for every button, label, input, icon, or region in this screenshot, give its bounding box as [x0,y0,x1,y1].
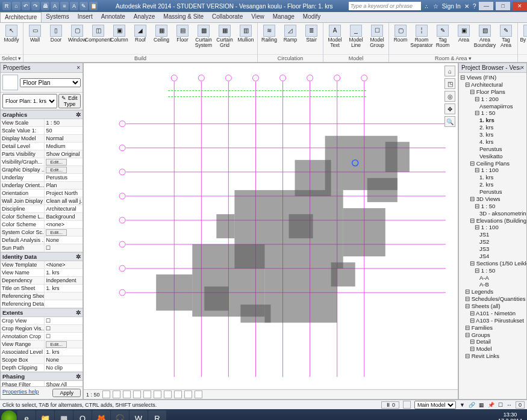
door-button[interactable]: ▯Door [46,24,66,43]
prop-row[interactable]: DisciplineArchitectural [1,205,83,213]
column-button[interactable]: ▣Column [109,24,129,43]
home-icon[interactable]: ⌂ [444,66,455,76]
tree-node[interactable]: ⊟ 1 : 200 [460,96,525,103]
prop-value[interactable]: 1. krs [45,348,83,356]
tree-node[interactable]: JS2 [460,238,525,246]
prop-row[interactable]: Crop View☐ [1,317,83,325]
prop-value[interactable]: Clean all wall j... [45,197,83,205]
room-button[interactable]: ▢Room [390,24,411,43]
tag-room-button[interactable]: ✎Tag Room [432,24,453,49]
tree-node[interactable]: 3D - aksonometrine [460,210,525,217]
prop-value[interactable]: Edit... [45,166,83,173]
prop-row[interactable]: Referencing Detail [1,300,83,308]
signin-button[interactable]: Sign In [442,3,461,10]
sun-path-icon[interactable] [123,391,131,398]
apply-button[interactable]: Apply [52,389,81,397]
qat-text-icon[interactable]: A [51,2,59,10]
prop-row[interactable]: Scale Value 1:50 [1,127,83,135]
instance-dropdown[interactable]: Floor Plan: 1. krs [2,94,57,108]
section-graphics[interactable]: Graphics✲ [1,110,83,119]
model-line-button[interactable]: ⎯Model Line [346,24,366,49]
window-button[interactable]: ▢Window [67,24,87,43]
qat-open-icon[interactable]: ⌂ [12,2,20,10]
tab-insert[interactable]: Insert [73,12,97,22]
tree-node[interactable]: ⊟ 1 : 50 [460,267,525,274]
prop-value[interactable]: Normal [45,135,83,142]
tree-node[interactable]: 1. krs [460,174,525,181]
prop-value[interactable]: Show Original [45,150,83,158]
select-pinned-icon[interactable]: 📌 [488,402,494,408]
qat-tag-icon[interactable]: ✎ [80,2,88,10]
star-icon[interactable]: ☆ [433,3,438,10]
properties-close-icon[interactable]: × [76,64,80,71]
tree-node[interactable]: Perustus [460,188,525,196]
railing-button[interactable]: ≋Railing [259,24,279,43]
tree-node[interactable]: ⊟ 1 : 100 [460,224,525,231]
prop-row[interactable]: Title on Sheet1. krs [1,285,83,292]
taskbar-chrome-icon[interactable]: O [73,410,92,420]
prop-row[interactable]: Scope BoxNone [1,356,83,364]
tree-node[interactable]: ⊟ Groups [460,332,525,339]
tree-node[interactable]: ⊟ Model [460,345,525,353]
browser-tree[interactable]: ⊟ Views (FIN)⊟ Architectural⊟ Floor Plan… [459,73,526,399]
prop-row[interactable]: Associated Level1. krs [1,348,83,356]
prop-row[interactable]: View Scale1 : 50 [1,119,83,127]
prop-row[interactable]: Default Analysis ...None [1,236,83,244]
temp-hide-icon[interactable] [184,391,192,398]
tree-node[interactable]: ⊟ 1 : 100 [460,167,525,174]
clock[interactable]: 13:30 17.3.2014 [494,412,526,420]
prop-row[interactable]: Display ModelNormal [1,135,83,143]
type-dropdown[interactable]: Floor Plan [20,78,81,87]
mullion-button[interactable]: ▥Mullion [235,24,256,43]
taskbar-word-icon[interactable]: W [129,410,148,420]
crop-show-icon[interactable] [164,391,172,398]
prop-value[interactable]: 1 : 50 [45,119,83,126]
reveal-icon[interactable] [195,391,202,398]
tab-architecture[interactable]: Architecture [0,12,42,22]
start-button[interactable] [1,410,17,420]
tree-node[interactable]: ⊟ Floor Plans [460,88,525,96]
prop-value[interactable]: 50 [45,127,83,134]
area-boundary-button[interactable]: ▧Area Boundary [475,24,495,49]
render-icon[interactable] [143,391,151,398]
select-underlay-icon[interactable]: ▦ [479,402,484,408]
prop-value[interactable]: ☐ [45,244,83,252]
prop-row[interactable]: Phase FilterShow All [1,381,83,386]
drag-icon[interactable]: ↔ [507,402,512,408]
qat-align-icon[interactable]: ≡ [60,2,69,10]
workset-icon[interactable] [403,401,411,409]
tab-modify[interactable]: Modify [299,12,325,22]
prop-row[interactable]: System Color Sc...Edit... [1,229,83,236]
tree-node[interactable]: ⊟ Ceiling Plans [460,160,525,167]
tree-node[interactable]: ⊟ Revit Links [460,353,525,360]
prop-value[interactable]: Independent [45,277,83,284]
component-button[interactable]: ◫Component [88,24,108,43]
maximize-button[interactable]: □ [496,2,510,10]
room-separator-button[interactable]: ╎Room Separator [411,24,432,49]
qat-section-icon[interactable]: 📋 [89,2,98,10]
prop-value[interactable]: Show All [45,381,83,386]
taskbar-media-icon[interactable]: 🎧 [111,410,129,420]
lock-icon[interactable] [174,391,182,398]
qat-redo-icon[interactable]: ↷ [31,2,40,10]
tree-node[interactable]: ⊟ Legends [460,288,525,295]
tree-node[interactable]: JS3 [460,246,525,253]
detail-level-icon[interactable] [102,391,110,398]
prop-row[interactable]: Detail LevelMedium [1,143,83,150]
tab-view[interactable]: View [247,12,269,22]
visual-style-icon[interactable] [113,391,120,398]
filter-icon[interactable]: ▼ [460,402,465,408]
tree-node[interactable]: 4. krs [460,138,525,146]
tree-node[interactable]: ⊟ Families [460,324,525,332]
tree-node[interactable]: ⊟ Elevations (Building Elevati [460,217,525,224]
qat-dim-icon[interactable]: A [70,2,78,10]
prop-row[interactable]: Parts VisibilityShow Original [1,150,83,158]
properties-help-link[interactable]: Properties help [2,389,39,397]
prop-value[interactable]: Edit... [45,158,83,165]
taskbar-explorer-icon[interactable]: 📁 [36,410,54,420]
prop-row[interactable]: Underlay Orient...Plan [1,182,83,190]
roof-button[interactable]: ◢Roof [130,24,151,43]
prop-value[interactable] [45,300,83,307]
model-group-button[interactable]: ☐Model Group [367,24,387,49]
exchange-icon[interactable]: ✕ [464,3,469,10]
